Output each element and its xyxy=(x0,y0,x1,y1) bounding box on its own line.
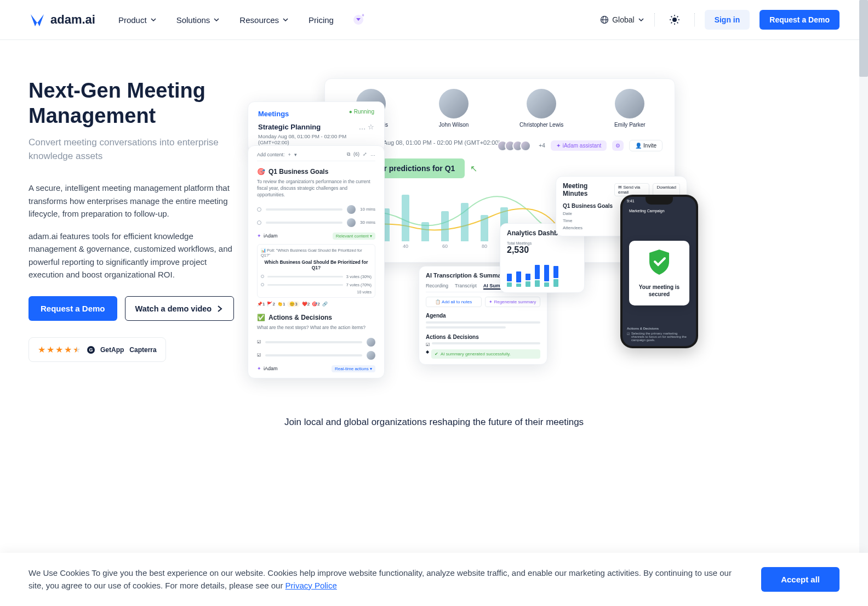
hero-title: Next-Gen Meeting Management xyxy=(28,78,237,128)
radio-icon xyxy=(261,283,264,286)
sparkle-icon: ✦ xyxy=(257,233,261,239)
cursor-icon: ↖ xyxy=(470,163,477,174)
relevant-pill[interactable]: Relevant content ▾ xyxy=(333,233,375,240)
meetings-label: Meetings xyxy=(258,110,289,118)
content-panel: Add content: + ▾ ⧉ (6) ⤢ … 🎯 Q1 Business… xyxy=(248,145,385,378)
checkbox-icon[interactable]: ☑ xyxy=(257,353,261,358)
poll-option[interactable]: 3 votes (30%) xyxy=(261,273,372,281)
emoji-react[interactable]: 😊3 xyxy=(287,301,299,307)
poll-question: Which Business Goal Should Be Prioritize… xyxy=(261,259,372,270)
sign-in-button[interactable]: Sign in xyxy=(705,10,750,30)
content-placeholder xyxy=(426,326,506,329)
iadam-label: iAdam xyxy=(264,233,278,239)
theme-toggle[interactable] xyxy=(665,10,684,30)
phone-time: 9:41 xyxy=(627,199,635,203)
analytics-stat: Total Meetings 2,530 xyxy=(507,241,578,255)
flag-icon[interactable]: 🚩2 xyxy=(267,302,275,307)
brand-name: adam.ai xyxy=(50,13,95,27)
participant: Emily Parker xyxy=(614,89,646,128)
copy-icon[interactable]: ⧉ xyxy=(347,151,350,157)
content-placeholder xyxy=(426,321,540,324)
iadam-label: iAdam xyxy=(264,366,278,371)
chevron-down-icon xyxy=(638,16,644,23)
tab-transcript[interactable]: Transcript xyxy=(455,283,477,290)
brand-logo[interactable]: adam.ai xyxy=(28,11,95,29)
nav-solutions[interactable]: Solutions xyxy=(176,15,220,25)
poll-box: 📊 Poll: "Which Business Goal Should Be P… xyxy=(257,244,375,298)
tab-recording[interactable]: Recording xyxy=(426,283,448,290)
new-badge-icon[interactable] xyxy=(353,15,363,25)
nav-product-label: Product xyxy=(118,15,147,25)
poll-option[interactable]: 7 votes (70%) xyxy=(261,281,372,289)
goal-item: 30 mins xyxy=(257,216,375,229)
scrollbar[interactable] xyxy=(859,0,868,461)
svg-line-10 xyxy=(671,22,672,24)
request-demo-button[interactable]: Request a Demo xyxy=(760,10,840,30)
plus-icon[interactable]: + xyxy=(288,152,291,157)
nav-resources[interactable]: Resources xyxy=(239,15,289,25)
emoji-react[interactable]: ❤️2 xyxy=(302,302,310,307)
expand-icon[interactable]: ⤢ xyxy=(363,151,367,157)
sun-icon xyxy=(670,15,679,25)
chart-bar xyxy=(481,215,488,241)
agenda-label: Agenda xyxy=(426,313,540,319)
realtime-pill[interactable]: Real-time actions ▾ xyxy=(332,365,375,372)
chart-bar xyxy=(441,211,449,241)
phone-actions-label: Actions & Decisions xyxy=(627,327,692,330)
phone-notch xyxy=(646,197,673,205)
more-count: +4 xyxy=(539,143,545,149)
link-icon[interactable]: 🔗 xyxy=(322,302,328,307)
assistant-label: iAdam assistant xyxy=(563,143,602,149)
secured-card: Your meeting is secured xyxy=(629,241,689,305)
more-icon[interactable]: … ☆ xyxy=(358,123,374,131)
rating-card: ★ ★ ★ ★ ★ G GetApp Capterra xyxy=(28,337,166,362)
hero-desc-2: adam.ai features tools for efficient kno… xyxy=(28,230,237,281)
rating-source-getapp: GetApp xyxy=(100,346,124,354)
goal-time: 10 mins xyxy=(360,207,375,212)
goal-item: 10 mins xyxy=(257,203,375,216)
hero-subtitle: Convert meeting conversations into enter… xyxy=(28,136,237,163)
emoji-react[interactable]: 👏1 xyxy=(277,302,285,307)
rating-source-capterra: Capterra xyxy=(129,346,156,354)
stat-label: Total Meetings xyxy=(507,241,578,245)
pin-icon[interactable]: 📌1 xyxy=(257,302,265,307)
locale-label: Global xyxy=(612,15,634,24)
check-icon: ✔ xyxy=(435,352,438,356)
phone-mockup: 9:41 Marketing Campaign Your meeting is … xyxy=(620,195,698,348)
poll-bar xyxy=(267,284,343,286)
emoji-react[interactable]: 🎯2 xyxy=(312,302,319,307)
hero-section: Next-Gen Meeting Management Convert meet… xyxy=(0,40,868,395)
hero-request-demo-button[interactable]: Request a Demo xyxy=(28,296,117,321)
star-icon: ★ xyxy=(38,344,45,355)
iadam-actions-row: ✦ iAdam Real-time actions ▾ xyxy=(257,365,375,372)
sliders-icon: ⚙ xyxy=(615,143,620,149)
avatar-icon xyxy=(347,205,356,214)
site-header: adam.ai Product Solutions Resources Pric… xyxy=(0,0,868,40)
locale-selector[interactable]: Global xyxy=(600,15,644,24)
social-proof-text: Join local and global organizations resh… xyxy=(28,417,840,428)
radio-icon[interactable] xyxy=(257,220,261,225)
logo-icon xyxy=(28,11,46,29)
assistant-settings[interactable]: ⚙ xyxy=(612,140,624,151)
avatar-icon xyxy=(347,218,356,227)
nav-product[interactable]: Product xyxy=(118,15,157,25)
checkbox-icon[interactable]: ☑ xyxy=(257,339,261,344)
avatar-icon xyxy=(439,89,469,118)
participants-row: William Harris John Wilson Christopher L… xyxy=(337,89,663,128)
nav-pricing[interactable]: Pricing xyxy=(309,15,334,25)
actions-desc: What are the next steps? What are the ac… xyxy=(257,325,375,331)
watch-demo-button[interactable]: Watch a demo video xyxy=(125,296,235,321)
regenerate-button[interactable]: ✦ Regenerate summary xyxy=(485,297,541,307)
add-notes-button[interactable]: 📋 Add all to notes xyxy=(426,297,482,307)
star-icon: ★ xyxy=(64,344,72,355)
chevron-down-icon[interactable]: ▾ xyxy=(294,152,297,157)
assistant-pill[interactable]: ✦ iAdam assistant xyxy=(551,140,607,151)
radio-icon[interactable] xyxy=(257,207,261,212)
more-icon[interactable]: … xyxy=(370,151,375,157)
participant-name: John Wilson xyxy=(439,122,469,128)
avatar-icon xyxy=(520,140,531,151)
invite-button[interactable]: 👤 Invite xyxy=(629,140,663,151)
mini-avatars xyxy=(500,140,531,151)
hero-desc-1: A secure, intelligent meeting management… xyxy=(28,182,237,220)
scroll-thumb[interactable] xyxy=(859,0,868,77)
